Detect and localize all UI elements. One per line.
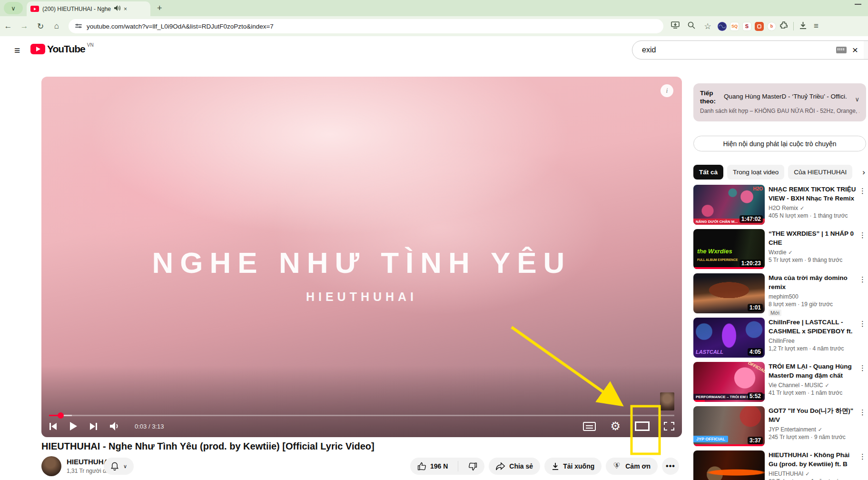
video-menu-icon[interactable]: ⋮ bbox=[859, 452, 866, 461]
clear-search-icon[interactable]: × bbox=[852, 44, 858, 56]
suggested-video-channel[interactable]: ChillnFree bbox=[769, 338, 858, 344]
extension-icon[interactable]: ◠◡ bbox=[718, 22, 727, 31]
dislike-button[interactable] bbox=[462, 462, 484, 471]
new-tab-button[interactable]: + bbox=[157, 3, 162, 13]
video-overlay-title: NGHE NHƯ TÌNH YÊU bbox=[41, 246, 682, 280]
suggested-video-title[interactable]: Mưa của trời mây domino remix bbox=[769, 273, 858, 291]
suggested-video-item[interactable]: OFFICIAL PERFORMANCE – TRÓI EM LẠI 5:52 … bbox=[693, 362, 866, 402]
extension-icon[interactable] bbox=[755, 22, 764, 31]
suggested-video-item[interactable]: JYP OFFICIAL 3:37 GOT7 "If You Do(니가 하면)… bbox=[693, 406, 866, 446]
like-button[interactable]: 196 N bbox=[410, 462, 454, 471]
channel-avatar[interactable] bbox=[41, 456, 61, 476]
video-thumbnail[interactable]: FULL ALBUM EXPERIENCE the Wxrdies 1:20:2… bbox=[693, 229, 765, 269]
suggested-video-item[interactable]: 1:01 Mưa của trời mây domino remix mephi… bbox=[693, 273, 866, 313]
bookmark-star-icon[interactable]: ☆ bbox=[700, 21, 716, 31]
home-button[interactable]: ⌂ bbox=[49, 21, 65, 31]
suggested-video-title[interactable]: NHẠC REMIX TIKTOK TRIỆU VIEW - BXH Nhạc … bbox=[769, 185, 858, 203]
zoom-icon[interactable] bbox=[683, 21, 700, 31]
play-button[interactable] bbox=[69, 422, 77, 430]
suggested-video-channel[interactable]: Vie Channel - MUSIC✓ bbox=[769, 382, 858, 389]
video-overlay-subtitle: HIEUTHUHAI bbox=[41, 290, 682, 304]
video-thumbnail[interactable]: 1:01 bbox=[693, 273, 765, 313]
install-icon[interactable] bbox=[667, 21, 683, 31]
extension-icon[interactable]: b bbox=[767, 22, 776, 31]
next-video-preview-thumbnail[interactable] bbox=[660, 392, 674, 410]
video-menu-icon[interactable]: ⋮ bbox=[859, 275, 866, 284]
forward-button[interactable]: → bbox=[16, 21, 32, 31]
pill-divider bbox=[458, 461, 458, 471]
chip-from-series[interactable]: Trong loạt video bbox=[727, 165, 784, 180]
suggested-video-channel[interactable]: Wxrdie✓ bbox=[769, 249, 858, 256]
tab-close-icon[interactable]: × bbox=[124, 6, 127, 12]
suggested-video-title[interactable]: ChillnFree | LASTCALL - CASHMEL x SPIDEY… bbox=[769, 318, 858, 336]
thanks-button[interactable]: ♡$ Cảm ơn bbox=[606, 458, 658, 475]
guide-menu-icon[interactable]: ≡ bbox=[14, 45, 20, 56]
theater-mode-icon[interactable] bbox=[635, 421, 650, 431]
chip-from-channel[interactable]: Của HIEUTHUHAI bbox=[788, 165, 852, 180]
show-chat-replay-button[interactable]: Hiện nội dung phát lại cuộc trò chuyện bbox=[693, 136, 866, 151]
video-thumbnail[interactable]: JYP OFFICIAL 3:37 bbox=[693, 406, 765, 446]
subscribed-bell-button[interactable]: ∨ bbox=[104, 458, 134, 475]
video-player[interactable]: NGHE NHƯ TÌNH YÊU HIEUTHUHAI i 0:03 / 3:… bbox=[41, 77, 682, 437]
search-button[interactable] bbox=[864, 40, 868, 60]
more-actions-button[interactable]: ••• bbox=[662, 458, 679, 475]
video-menu-icon[interactable]: ⋮ bbox=[859, 231, 866, 240]
url-text[interactable]: youtube.com/watch?v=llf_L0i9OdA&list=RDJ… bbox=[87, 23, 274, 30]
info-icon[interactable]: i bbox=[661, 84, 673, 97]
tab-audio-icon[interactable] bbox=[114, 5, 120, 12]
previous-button[interactable] bbox=[49, 422, 57, 430]
suggested-video-item[interactable]: LASTCALL 4:05 ChillnFree | LASTCALL - CA… bbox=[693, 318, 866, 358]
extension-icon[interactable]: S bbox=[742, 22, 751, 31]
suggested-video-channel[interactable]: mephim500 bbox=[769, 293, 858, 300]
video-thumbnail[interactable]: LASTCALL 4:05 bbox=[693, 318, 765, 358]
youtube-logo[interactable]: YouTube VN bbox=[30, 44, 94, 54]
video-menu-icon[interactable]: ⋮ bbox=[859, 408, 866, 417]
next-button[interactable] bbox=[89, 422, 98, 430]
extensions-puzzle-icon[interactable] bbox=[779, 21, 788, 31]
suggested-video-item[interactable]: HIEUTHUHAI - Không Phải Gu (prod. by Kew… bbox=[693, 450, 866, 480]
up-next-title[interactable]: Quang Hùng MasterD - ‘Thuỷ Triều’ - Offi… bbox=[724, 93, 847, 100]
video-menu-icon[interactable]: ⋮ bbox=[859, 364, 866, 372]
video-menu-icon[interactable]: ⋮ bbox=[859, 320, 866, 328]
fullscreen-icon[interactable] bbox=[664, 422, 674, 430]
back-button[interactable]: ← bbox=[0, 21, 16, 31]
site-settings-icon[interactable] bbox=[75, 24, 82, 29]
suggested-video-title[interactable]: HIEUTHUHAI - Không Phải Gu (prod. by Kew… bbox=[769, 450, 858, 469]
channel-row: HIEUTHUHAI✓ 1,31 Tr người đăng ký ∨ 196 … bbox=[41, 455, 682, 477]
address-bar[interactable]: youtube.com/watch?v=llf_L0i9OdA&list=RDJ… bbox=[69, 19, 663, 33]
window-minimize-icon[interactable] bbox=[855, 4, 861, 5]
suggested-video-channel[interactable]: JYP Entertainment✓ bbox=[769, 426, 858, 433]
suggested-video-channel[interactable]: HIEUTHUHAI✓ bbox=[769, 470, 858, 477]
browser-tab[interactable]: (200) HIEUTHUHAI - Nghe × bbox=[27, 1, 150, 16]
video-menu-icon[interactable]: ⋮ bbox=[859, 187, 866, 195]
suggested-video-item[interactable]: FULL ALBUM EXPERIENCE the Wxrdies 1:20:2… bbox=[693, 229, 866, 269]
youtube-logo-text: YouTube bbox=[47, 44, 85, 54]
video-thumbnail[interactable]: OFFICIAL PERFORMANCE – TRÓI EM LẠI 5:52 bbox=[693, 362, 765, 402]
browser-menu-icon[interactable]: ≡ bbox=[810, 21, 822, 31]
volume-icon[interactable] bbox=[110, 422, 120, 430]
keyboard-icon[interactable] bbox=[836, 47, 847, 53]
downloads-icon[interactable] bbox=[799, 21, 807, 31]
suggested-video-title[interactable]: TRÓI EM LẠI - Quang Hùng MasterD mang đậ… bbox=[769, 362, 858, 380]
suggested-video-title[interactable]: “THE WXRDIES” | 1 NHẤP 0 CHE bbox=[769, 229, 858, 247]
reload-button[interactable]: ↻ bbox=[32, 21, 49, 31]
chevron-down-icon[interactable]: ∨ bbox=[855, 96, 859, 103]
thumbnail-tag-text: FULL ALBUM EXPERIENCE bbox=[697, 258, 738, 261]
video-thumbnail[interactable] bbox=[693, 450, 765, 480]
suggested-video-channel[interactable]: H2O Remix✓ bbox=[769, 205, 858, 211]
tab-search-button[interactable]: ∨ bbox=[4, 2, 23, 14]
share-button[interactable]: Chia sẻ bbox=[489, 458, 540, 475]
progress-bar[interactable] bbox=[49, 415, 674, 416]
suggested-video-item[interactable]: H2O NẮNG DƯỚI CHÂN M... 1:47:02 NHẠC REM… bbox=[693, 185, 866, 225]
extension-icon[interactable]: SQ bbox=[730, 22, 739, 31]
download-button[interactable]: Tải xuống bbox=[544, 458, 602, 475]
video-thumbnail[interactable]: H2O NẮNG DƯỚI CHÂN M... 1:47:02 bbox=[693, 185, 765, 225]
chips-scroll-arrow[interactable]: › bbox=[862, 168, 866, 177]
up-next-panel[interactable]: Tiếp theo: Quang Hùng MasterD - ‘Thuỷ Tr… bbox=[693, 83, 866, 121]
suggested-video-meta: 405 N lượt xem · 1 tháng trước bbox=[769, 212, 858, 219]
search-input[interactable] bbox=[642, 46, 836, 54]
settings-gear-icon[interactable]: ⚙ bbox=[610, 421, 621, 431]
chip-all[interactable]: Tất cả bbox=[693, 165, 723, 180]
subtitles-icon[interactable] bbox=[583, 422, 596, 431]
suggested-video-title[interactable]: GOT7 "If You Do(니가 하면)" M/V bbox=[769, 406, 858, 424]
